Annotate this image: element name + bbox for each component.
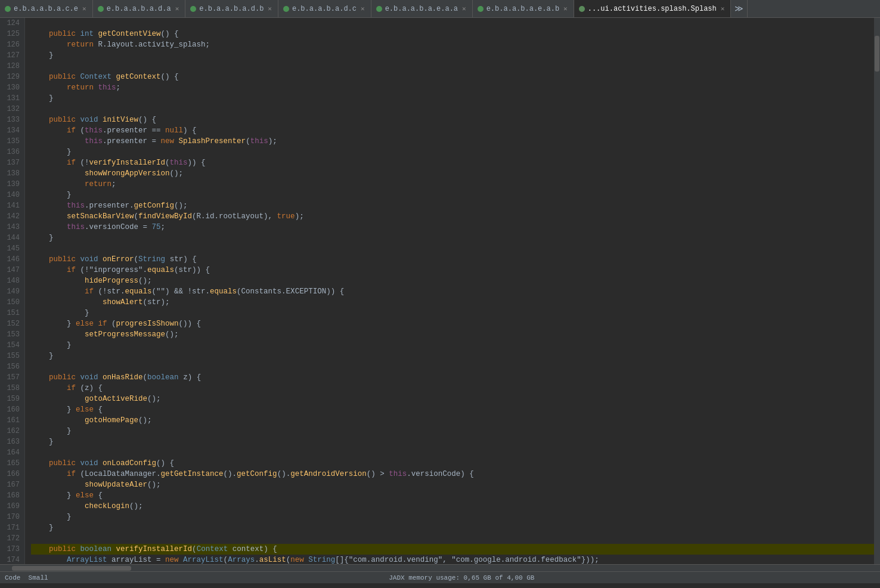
code-line: } — [31, 93, 874, 104]
code-line — [31, 533, 874, 544]
tab-close-7[interactable]: ✕ — [720, 5, 726, 13]
tab-label-5: e.b.a.a.b.a.e.a.a — [385, 5, 458, 13]
code-line: } — [31, 190, 874, 200]
tab-ebaabaeab[interactable]: e.b.a.a.b.a.e.a.b ✕ — [473, 0, 574, 17]
tab-ebaabaeaa[interactable]: e.b.a.a.b.a.e.a.a ✕ — [371, 0, 473, 17]
code-line: } — [31, 233, 874, 243]
code-line: public void initView() { — [31, 114, 874, 125]
line-number: 172 — [5, 533, 20, 544]
line-number: 140 — [5, 190, 20, 200]
code-line: } — [31, 308, 874, 318]
line-number: 144 — [5, 233, 20, 243]
line-number: 154 — [5, 340, 20, 351]
vertical-scrollbar[interactable] — [874, 18, 880, 564]
code-line: } else if (progresIsShown()) { — [31, 318, 874, 329]
code-line: if (LocalDataManager.getGetInstance().ge… — [31, 469, 874, 479]
line-number: 148 — [5, 276, 20, 286]
tab-ebaabada[interactable]: e.b.a.a.b.a.d.a ✕ — [93, 0, 186, 17]
code-line: return; — [31, 179, 874, 190]
line-number: 141 — [5, 200, 20, 211]
h-scroll-thumb[interactable] — [12, 566, 131, 571]
line-number: 161 — [5, 415, 20, 426]
tab-icon-5 — [376, 6, 382, 12]
line-number: 135 — [5, 136, 20, 147]
tab-expand[interactable]: ≫ — [731, 0, 748, 17]
line-numbers: 1241251261271281291301311321331341351361… — [0, 18, 25, 564]
line-number: 145 — [5, 243, 20, 254]
tab-label-4: e.b.a.a.b.a.d.c — [292, 5, 357, 13]
line-number: 127 — [5, 50, 20, 61]
code-line: public int getContentView() { — [31, 29, 874, 39]
line-number: 174 — [5, 555, 20, 564]
tab-close-1[interactable]: ✕ — [81, 5, 88, 13]
code-line: ArrayList arrayList = new ArrayList(Arra… — [31, 555, 874, 564]
code-line: showUpdateAler(); — [31, 479, 874, 490]
line-number: 156 — [5, 361, 20, 372]
horizontal-scrollbar[interactable] — [0, 564, 880, 571]
line-number: 143 — [5, 222, 20, 233]
tab-ebaababd[interactable]: e.b.a.a.b.a.d.b ✕ — [185, 0, 278, 17]
tab-close-5[interactable]: ✕ — [461, 5, 467, 13]
code-line: if (this.presenter == null) { — [31, 125, 874, 136]
code-line: } — [31, 147, 874, 157]
code-line: gotoActiveRide(); — [31, 394, 874, 404]
code-line: showAlert(str); — [31, 297, 874, 308]
line-number: 146 — [5, 254, 20, 265]
v-scroll-thumb[interactable] — [875, 36, 879, 72]
tab-icon-3 — [190, 6, 196, 12]
tab-label-3: e.b.a.a.b.a.d.b — [199, 5, 264, 13]
code-area[interactable]: public int getContentView() { return R.l… — [25, 18, 874, 564]
code-line: return this; — [31, 82, 874, 93]
line-number: 142 — [5, 211, 20, 222]
line-number: 136 — [5, 147, 20, 157]
line-number: 124 — [5, 18, 20, 29]
code-line: setProgressMessage(); — [31, 329, 874, 340]
code-line: if (z) { — [31, 383, 874, 394]
code-line: public boolean verifyInstallerId(Context… — [31, 544, 874, 555]
tab-icon-6 — [478, 6, 484, 12]
line-number: 131 — [5, 93, 20, 104]
code-line: this.presenter.getConfig(); — [31, 200, 874, 211]
line-number: 164 — [5, 447, 20, 458]
code-line — [31, 243, 874, 254]
tab-splash-active[interactable]: ...ui.activities.splash.Splash ✕ — [574, 0, 732, 17]
line-number: 157 — [5, 372, 20, 383]
line-number: 150 — [5, 297, 20, 308]
line-number: 162 — [5, 426, 20, 437]
code-line — [31, 61, 874, 72]
line-number: 149 — [5, 286, 20, 297]
tab-icon-7 — [579, 6, 585, 12]
line-number: 153 — [5, 329, 20, 340]
line-number: 158 — [5, 383, 20, 394]
code-line: if (!"inprogress".equals(str)) { — [31, 265, 874, 276]
line-number: 165 — [5, 458, 20, 469]
tab-close-6[interactable]: ✕ — [562, 5, 569, 13]
code-line: public Context getContext() { — [31, 72, 874, 82]
code-line: } — [31, 426, 874, 437]
tab-close-2[interactable]: ✕ — [174, 5, 181, 13]
tab-close-4[interactable]: ✕ — [360, 5, 366, 13]
code-line: } — [31, 351, 874, 361]
code-line: if (!str.equals("") && !str.equals(Const… — [31, 286, 874, 297]
line-number: 139 — [5, 179, 20, 190]
tab-label-7: ...ui.activities.splash.Splash — [588, 5, 717, 13]
code-line: this.versionCode = 75; — [31, 222, 874, 233]
code-line: } — [31, 522, 874, 533]
line-number: 129 — [5, 72, 20, 82]
code-container: 1241251261271281291301311321331341351361… — [0, 18, 880, 564]
code-line — [31, 361, 874, 372]
code-line: } — [31, 512, 874, 522]
line-number: 128 — [5, 61, 20, 72]
line-number: 138 — [5, 168, 20, 179]
code-line: } — [31, 340, 874, 351]
tab-ebaababdc[interactable]: e.b.a.a.b.a.d.c ✕ — [278, 0, 371, 17]
line-number: 160 — [5, 404, 20, 415]
tab-icon-2 — [98, 6, 104, 12]
tab-label-6: e.b.a.a.b.a.e.a.b — [487, 5, 559, 13]
line-number: 152 — [5, 318, 20, 329]
line-number: 147 — [5, 265, 20, 276]
tab-ebaabace[interactable]: e.b.a.a.b.a.c.e ✕ — [0, 0, 93, 17]
tab-label-2: e.b.a.a.b.a.d.a — [107, 5, 171, 13]
code-line: } else { — [31, 490, 874, 501]
tab-close-3[interactable]: ✕ — [267, 5, 273, 13]
